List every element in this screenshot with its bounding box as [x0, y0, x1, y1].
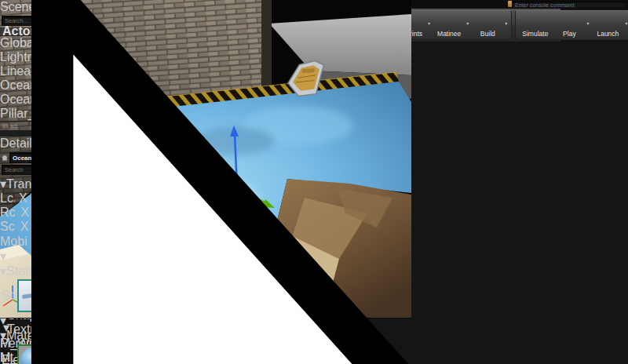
mouse-cursor	[0, 0, 628, 364]
unreal-editor-window: File Edit Window Help Enter console comm…	[0, 0, 628, 364]
